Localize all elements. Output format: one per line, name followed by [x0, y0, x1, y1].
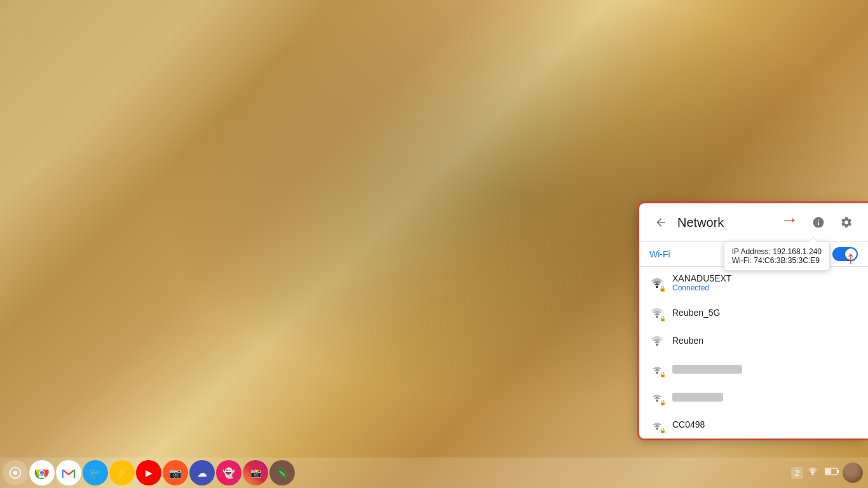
lock-icon-hidden1: 🔒: [660, 372, 666, 377]
svg-point-2: [656, 344, 658, 346]
instagram-icon[interactable]: 📸: [243, 460, 268, 485]
network-name-hidden1: [672, 363, 858, 374]
camera-icon[interactable]: 📷: [163, 460, 188, 485]
network-item-cc0498[interactable]: 🔒 CC0498: [639, 410, 868, 438]
panel-header: Network →: [639, 203, 868, 242]
network-item-hidden2[interactable]: 🔒: [639, 383, 868, 410]
network-item-reuben5g[interactable]: 🔒 Reuben_5G: [639, 299, 868, 327]
ip-tooltip: IP Address: 192.168.1.240 Wi-Fi: 74:C6:3…: [724, 241, 830, 271]
network-name-xanadu5ext: XANADU5EXT: [672, 273, 858, 283]
panel-title: Network: [677, 215, 802, 230]
network-info-hidden1: [672, 363, 858, 374]
info-button[interactable]: →: [807, 211, 830, 234]
svg-rect-14: [826, 469, 831, 474]
launcher-button[interactable]: [3, 460, 28, 485]
user-avatar[interactable]: [843, 463, 863, 483]
svg-point-10: [40, 471, 44, 475]
network-panel: Network → IP Address: 192.168.1.240 Wi-F…: [639, 203, 868, 438]
wifi-signal-icon-reuben5g: 🔒: [649, 305, 665, 320]
blurred-name-hidden1: [672, 365, 742, 374]
tooltip-ip: IP Address: 192.168.1.240: [732, 247, 822, 256]
norton-icon[interactable]: ⚡: [109, 460, 135, 485]
chrome-icon[interactable]: [29, 460, 55, 485]
gmail-icon[interactable]: [56, 460, 81, 485]
cloudapp-icon[interactable]: ☁: [189, 460, 215, 485]
twitter-icon[interactable]: 🐦: [83, 460, 108, 485]
tooltip-wifi: Wi-Fi: 74:C6:3B:35:3C:E9: [732, 256, 822, 265]
network-item-hidden1[interactable]: 🔒: [639, 355, 868, 383]
battery-tray-icon[interactable]: [822, 464, 841, 481]
svg-point-11: [812, 473, 814, 475]
svg-point-0: [656, 286, 658, 288]
svg-point-4: [656, 400, 658, 402]
network-name-cc0498: CC0498: [672, 419, 858, 430]
network-info-xanadu5ext: XANADU5EXT Connected: [672, 273, 858, 292]
wifi-signal-icon-hidden1: 🔒: [649, 361, 665, 376]
network-info-hidden2: [672, 391, 858, 402]
taskbar: 🐦 ⚡ ▶ 📷 ☁ 👻 📸 🦎 2: [0, 458, 868, 488]
notification-badge[interactable]: 2: [791, 467, 803, 479]
app10-icon[interactable]: 🦎: [269, 460, 295, 485]
back-button[interactable]: [649, 211, 672, 234]
svg-point-1: [656, 316, 658, 318]
lock-icon-xanadu5ext: 🔒: [659, 285, 666, 292]
network-info-reuben5g: Reuben_5G: [672, 308, 858, 318]
ghost-icon[interactable]: 👻: [216, 460, 241, 485]
network-item-xanadu5ext[interactable]: 🔒 XANADU5EXT Connected ↑: [639, 267, 868, 299]
settings-button[interactable]: [835, 211, 858, 234]
system-tray: 2: [791, 463, 865, 483]
lock-icon-hidden2: 🔒: [660, 400, 666, 405]
network-item-reuben[interactable]: Reuben: [639, 327, 868, 355]
wifi-signal-icon-xanadu5ext: 🔒: [649, 275, 665, 290]
blurred-name-hidden2: [672, 393, 723, 402]
wifi-signal-icon-hidden2: 🔒: [649, 389, 665, 404]
network-list: 🔒 XANADU5EXT Connected ↑ 🔒 Reuben: [639, 267, 868, 438]
network-info-cc0498: CC0498: [672, 419, 858, 430]
wifi-signal-icon-cc0498: 🔒: [649, 417, 665, 432]
wifi-signal-icon-reuben: [649, 333, 665, 348]
wifi-toggle[interactable]: [832, 247, 858, 261]
network-name-reuben5g: Reuben_5G: [672, 308, 858, 318]
svg-rect-13: [837, 470, 839, 473]
lock-icon-reuben5g: 🔒: [660, 316, 666, 322]
lock-icon-cc0498: 🔒: [660, 428, 666, 433]
network-name-hidden2: [672, 391, 858, 402]
wifi-label[interactable]: Wi-Fi: [649, 249, 670, 259]
svg-point-7: [13, 471, 18, 475]
youtube-icon[interactable]: ▶: [136, 460, 161, 485]
svg-point-3: [656, 372, 658, 374]
network-info-reuben: Reuben: [672, 336, 858, 346]
wifi-tray-icon[interactable]: [804, 463, 821, 482]
taskbar-apps: 🐦 ⚡ ▶ 📷 ☁ 👻 📸 🦎: [3, 460, 791, 485]
svg-point-5: [656, 428, 658, 430]
network-status-xanadu5ext: Connected: [672, 283, 858, 292]
network-name-reuben: Reuben: [672, 336, 858, 346]
